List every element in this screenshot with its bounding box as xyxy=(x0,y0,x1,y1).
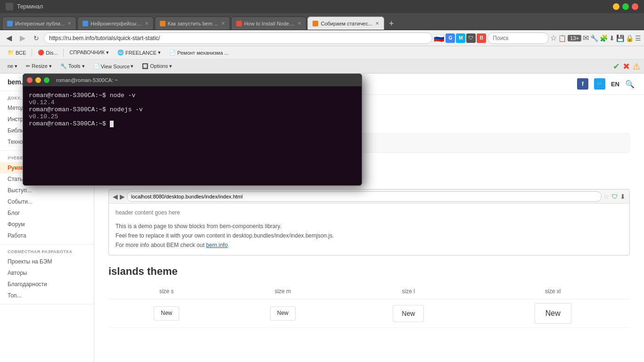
mini-forward-icon[interactable]: ▶ xyxy=(120,191,125,202)
ext-icon-m[interactable]: M xyxy=(456,33,465,43)
dev-btn-ne[interactable]: ne ▾ xyxy=(4,62,21,71)
check-icon: ✔ xyxy=(613,61,620,72)
sidebar-item-blog[interactable]: Блог xyxy=(0,207,94,219)
mini-download-icon[interactable]: ⬇ xyxy=(620,191,626,202)
terminal-output-2: v0.10.25 xyxy=(29,113,356,120)
tab-4[interactable]: How to Install Node.... ✕ xyxy=(231,16,307,30)
tools-icon[interactable]: 🔧 xyxy=(590,34,598,42)
terminal-window: roman@roman-S300CA: ~ roman@roman-S300CA… xyxy=(23,74,362,186)
back-button[interactable]: ◀ xyxy=(3,32,15,44)
tab-4-close[interactable]: ✕ xyxy=(297,21,301,26)
tab-5-icon xyxy=(313,21,318,26)
sidebar-item-thanks[interactable]: Благодарности xyxy=(0,279,94,290)
reload-button[interactable]: ↻ xyxy=(30,32,42,44)
mini-browser-bar: ◀ ▶ ☆ 🛡 ⬇ xyxy=(109,189,629,204)
title-bar: Терминал xyxy=(0,0,644,13)
new-button-s[interactable]: New xyxy=(154,306,179,320)
theme-table: size s size m size l size xl New xyxy=(108,284,630,328)
tab-2-label: Нейроинтерфейсы:... xyxy=(91,21,142,26)
terminal-close-btn[interactable] xyxy=(27,77,33,83)
terminal-titlebar: roman@roman-S300CA: ~ xyxy=(23,74,362,86)
sidebar-section-title-collab: СОВМЕСТНАЯ РАЗРАБОТКА xyxy=(0,247,94,256)
terminal-line-1: roman@roman-S300CA:~$ node -v xyxy=(29,92,356,99)
sidebar-item-forum[interactable]: Форум xyxy=(0,219,94,230)
bookmark-item-all[interactable]: 📁 ВСЕ xyxy=(4,49,30,57)
tab-3[interactable]: Как запустить bem ... ✕ xyxy=(155,16,230,30)
url-input[interactable] xyxy=(44,33,432,44)
sidebar-item-top[interactable]: Топ... xyxy=(0,290,94,301)
cell-new-xl: New xyxy=(476,299,630,328)
window-minimize[interactable] xyxy=(613,3,619,10)
sidebar-item-projects[interactable]: Проекты на БЭМ xyxy=(0,256,94,267)
cell-new-s: New xyxy=(108,299,225,328)
new-button-m[interactable]: New xyxy=(270,306,296,320)
download-icon[interactable]: ⬇ xyxy=(609,34,615,42)
tab-5-label: Собираем статичес... xyxy=(321,21,372,26)
mini-browser: ◀ ▶ ☆ 🛡 ⬇ header content goes here This … xyxy=(108,189,630,255)
security-icon[interactable]: 🔒 xyxy=(626,34,634,42)
tab-1-icon xyxy=(7,21,13,26)
dev-btn-options[interactable]: 🔲 Options ▾ xyxy=(138,62,176,71)
bem-info-link[interactable]: bem.info xyxy=(206,242,228,248)
ext-icon-b[interactable]: B xyxy=(477,33,486,43)
title-bar-text: Терминал xyxy=(17,3,43,10)
col-header-size-s: size s xyxy=(108,284,225,299)
dev-btn-view-source[interactable]: 📄 View Source ▾ xyxy=(90,62,138,71)
tab-2[interactable]: Нейроинтерфейсы:... ✕ xyxy=(77,16,154,30)
ext-count-badge: 13+ xyxy=(568,35,581,41)
tab-1[interactable]: Интересные публи... ✕ xyxy=(2,16,76,30)
terminal-cursor xyxy=(110,121,114,127)
bookmark-item-remont[interactable]: 📄 Ремонт механизма ... xyxy=(165,49,232,57)
mini-url-input[interactable] xyxy=(127,191,602,202)
extensions-icon[interactable]: 🧩 xyxy=(600,34,608,42)
ext-icon-g[interactable]: G xyxy=(446,33,455,43)
tab-2-close[interactable]: ✕ xyxy=(145,21,149,26)
bookmark-item-dis[interactable]: 🔴 Dis... xyxy=(34,49,61,57)
bookmark-dis-icon: 🔴 xyxy=(38,49,44,56)
flag-icon: 🇷🇺 xyxy=(434,33,444,43)
bookmark-bar: 📁 ВСЕ 🔴 Dis... СПРАВОЧНИК ▾ 🌐 FREELANCE … xyxy=(0,46,644,59)
bookmark-page-icon: 🌐 xyxy=(117,49,124,56)
new-tab-button[interactable]: + xyxy=(385,19,398,29)
sidebar-item-sobyti[interactable]: Событи... xyxy=(0,196,94,207)
bookmark-item-spravochnik[interactable]: СПРАВОЧНИК ▾ xyxy=(66,49,113,57)
bookmark-item-freelance[interactable]: 🌐 FREELANCE ▾ xyxy=(114,49,165,57)
dev-btn-tools[interactable]: 🔧 Tools ▾ xyxy=(57,62,89,71)
save-page-icon[interactable]: 💾 xyxy=(616,34,624,42)
search-button[interactable]: 🔍 xyxy=(625,80,635,89)
reading-list[interactable]: 📋 xyxy=(558,34,566,42)
forward-button[interactable]: ▶ xyxy=(17,32,29,44)
search-input[interactable] xyxy=(487,33,549,44)
warn-icon: ⚠ xyxy=(633,61,640,72)
mail-icon[interactable]: ✉ xyxy=(583,33,589,42)
settings-icon[interactable]: ☰ xyxy=(635,34,641,42)
new-button-xl[interactable]: New xyxy=(535,303,571,324)
terminal-min-btn[interactable] xyxy=(35,77,41,83)
window-close[interactable] xyxy=(632,3,638,10)
twitter-icon[interactable]: 🐦 xyxy=(594,78,605,90)
terminal-body[interactable]: roman@roman-S300CA:~$ node -v v0.12.4 ro… xyxy=(23,86,362,185)
sidebar-item-vystup[interactable]: Выступ... xyxy=(0,185,94,196)
dev-toolbar: ne ▾ ✏ Resize ▾ 🔧 Tools ▾ 📄 View Source … xyxy=(0,59,644,74)
mini-star-icon[interactable]: ☆ xyxy=(603,191,610,202)
lang-button[interactable]: EN xyxy=(611,81,619,88)
tab-5[interactable]: Собираем статичес... ✕ xyxy=(307,16,384,30)
tab-1-label: Интересные публи... xyxy=(15,21,65,26)
ext-icon-shield[interactable]: 🛡 xyxy=(466,33,476,43)
facebook-icon[interactable]: f xyxy=(577,78,588,90)
new-button-l[interactable]: New xyxy=(393,305,424,322)
sidebar-item-authors[interactable]: Авторы xyxy=(0,267,94,279)
dev-btn-resize[interactable]: ✏ Resize ▾ xyxy=(22,62,56,71)
mini-back-icon[interactable]: ◀ xyxy=(113,191,118,202)
bookmark-star[interactable]: ☆ xyxy=(550,33,557,42)
tab-5-close[interactable]: ✕ xyxy=(375,21,379,26)
cell-new-m: New xyxy=(225,299,341,328)
terminal-max-btn[interactable] xyxy=(44,77,50,83)
window-maximize[interactable] xyxy=(622,3,629,10)
tab-1-close[interactable]: ✕ xyxy=(67,21,71,26)
sidebar-section-collab: СОВМЕСТНАЯ РАЗРАБОТКА Проекты на БЭМ Авт… xyxy=(0,245,94,304)
sidebar-item-rabota[interactable]: Работа xyxy=(0,230,94,241)
section-title: islands theme xyxy=(108,263,630,280)
tab-3-close[interactable]: ✕ xyxy=(221,21,225,26)
mini-header-text: header content goes here xyxy=(116,208,623,217)
